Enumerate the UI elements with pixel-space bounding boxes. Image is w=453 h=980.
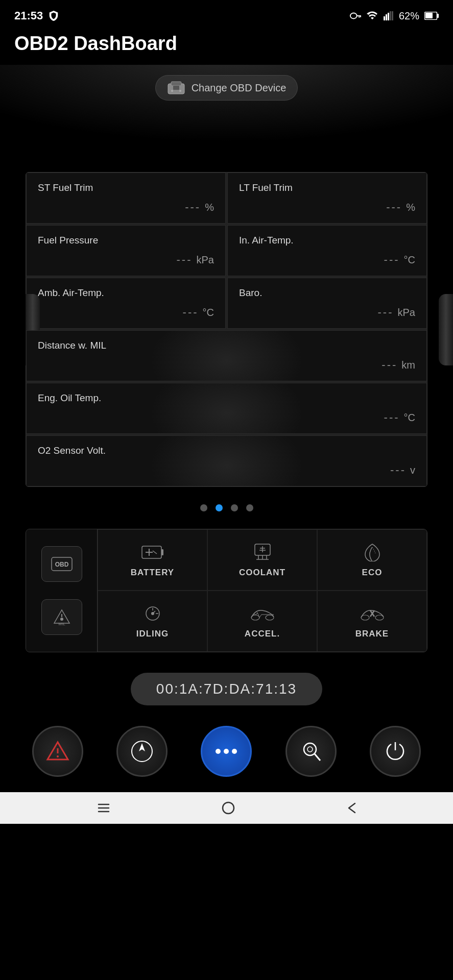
svg-rect-6 bbox=[388, 13, 389, 20]
android-back-stack[interactable] bbox=[97, 802, 111, 814]
panel-right: BATTERY COOLANT bbox=[98, 529, 427, 652]
svg-rect-4 bbox=[384, 16, 385, 20]
panel-grid: OBD MIL bbox=[26, 529, 427, 652]
vpn-icon bbox=[48, 10, 59, 21]
obd-button[interactable]: OBD bbox=[41, 546, 82, 582]
fuel-pressure-card: Fuel Pressure --- kPa bbox=[26, 225, 226, 276]
in-air-temp-dash: --- bbox=[384, 253, 400, 266]
time-display: 21:53 bbox=[14, 9, 43, 22]
baro-dash: --- bbox=[378, 306, 394, 319]
svg-point-34 bbox=[361, 615, 369, 620]
svg-point-32 bbox=[251, 615, 259, 620]
panel-left: OBD MIL bbox=[26, 529, 98, 652]
idling-panel-item[interactable]: IDLING bbox=[98, 591, 207, 652]
eng-oil-temp-value: --- °C bbox=[38, 411, 415, 424]
baro-label: Baro. bbox=[239, 287, 415, 299]
svg-point-37 bbox=[57, 755, 59, 757]
st-fuel-trim-unit: % bbox=[205, 202, 214, 213]
svg-rect-13 bbox=[171, 82, 181, 86]
o2-sensor-unit: v bbox=[410, 464, 415, 476]
fuel-pressure-label: Fuel Pressure bbox=[38, 235, 214, 246]
page-dot-3[interactable] bbox=[231, 504, 238, 511]
battery-panel-item[interactable]: BATTERY bbox=[98, 529, 207, 591]
bottom-panel: OBD MIL bbox=[26, 529, 427, 652]
android-home[interactable] bbox=[222, 801, 235, 815]
amb-air-temp-unit: °C bbox=[203, 307, 214, 318]
baro-unit: kPa bbox=[398, 307, 415, 318]
in-air-temp-unit: °C bbox=[404, 254, 415, 266]
baro-card: Baro. --- kPa bbox=[227, 278, 427, 329]
navigation-button[interactable] bbox=[116, 726, 168, 777]
st-fuel-trim-label: ST Fuel Trim bbox=[38, 182, 214, 193]
svg-rect-10 bbox=[437, 14, 439, 18]
fuel-pressure-unit: kPa bbox=[197, 254, 214, 266]
svg-point-15 bbox=[171, 90, 173, 92]
svg-text:MIL: MIL bbox=[58, 622, 65, 626]
coolant-panel-icon bbox=[250, 542, 275, 562]
change-obd-label: Change OBD Device bbox=[192, 82, 287, 94]
right-handle bbox=[439, 294, 453, 365]
battery-display: 62% bbox=[399, 10, 419, 22]
st-fuel-trim-value: --- % bbox=[38, 201, 214, 214]
brake-panel-item[interactable]: BRAKE bbox=[317, 591, 427, 652]
svg-rect-5 bbox=[386, 14, 387, 20]
svg-rect-11 bbox=[425, 13, 433, 18]
change-obd-button[interactable]: Change OBD Device bbox=[155, 75, 298, 101]
mil-button[interactable]: MIL bbox=[41, 599, 82, 635]
android-nav-bar bbox=[0, 792, 453, 824]
eng-oil-temp-label: Eng. Oil Temp. bbox=[38, 393, 415, 404]
svg-point-42 bbox=[304, 743, 316, 755]
amb-air-temp-label: Amb. Air-Temp. bbox=[38, 287, 214, 299]
dashboard-arc: Change OBD Device bbox=[0, 65, 453, 167]
svg-point-39 bbox=[216, 749, 221, 754]
status-bar: 21:53 62% bbox=[0, 0, 453, 28]
eco-panel-label: ECO bbox=[362, 568, 383, 578]
eng-oil-temp-card: Eng. Oil Temp. --- °C bbox=[26, 383, 427, 434]
svg-rect-23 bbox=[161, 549, 163, 555]
coolant-panel-item[interactable]: COOLANT bbox=[207, 529, 317, 591]
power-button[interactable] bbox=[370, 726, 421, 777]
android-back[interactable] bbox=[346, 801, 357, 815]
eco-panel-item[interactable]: ECO bbox=[317, 529, 427, 591]
st-fuel-trim-dash: --- bbox=[185, 201, 201, 214]
eng-oil-temp-unit: °C bbox=[404, 412, 415, 424]
status-right: 62% bbox=[350, 10, 439, 22]
battery-icon bbox=[424, 12, 439, 20]
battery-panel-label: BATTERY bbox=[131, 568, 174, 578]
o2-sensor-value: --- v bbox=[38, 463, 415, 477]
accel-panel-item[interactable]: ACCEL. bbox=[207, 591, 317, 652]
page-dot-4[interactable] bbox=[246, 504, 253, 511]
scan-button[interactable] bbox=[285, 726, 337, 777]
svg-point-33 bbox=[266, 615, 274, 620]
eco-panel-icon bbox=[360, 542, 385, 562]
distance-mil-dash: --- bbox=[382, 358, 397, 372]
device-id-container: 00:1A:7D:DA:71:13 bbox=[0, 657, 453, 716]
distance-mil-value: --- km bbox=[38, 358, 415, 372]
svg-point-16 bbox=[179, 90, 181, 92]
idling-panel-label: IDLING bbox=[136, 629, 169, 639]
brake-panel-icon bbox=[360, 603, 385, 624]
svg-point-40 bbox=[224, 749, 229, 754]
battery-panel-icon bbox=[140, 542, 165, 562]
page-dot-2[interactable] bbox=[216, 504, 223, 511]
svg-point-0 bbox=[350, 13, 357, 19]
o2-sensor-label: O2 Sensor Volt. bbox=[38, 445, 415, 456]
in-air-temp-card: In. Air-Temp. --- °C bbox=[227, 225, 427, 276]
svg-line-26 bbox=[153, 551, 157, 554]
app-title: OBD2 DashBoard bbox=[0, 28, 453, 65]
device-id-display: 00:1A:7D:DA:71:13 bbox=[131, 673, 322, 705]
warning-button[interactable] bbox=[32, 726, 83, 777]
wifi-icon bbox=[366, 11, 378, 21]
amb-air-temp-dash: --- bbox=[183, 306, 199, 319]
fuel-pressure-dash: --- bbox=[177, 253, 193, 266]
eng-oil-temp-dash: --- bbox=[384, 411, 400, 424]
baro-value: --- kPa bbox=[239, 306, 415, 319]
svg-point-19 bbox=[60, 618, 63, 621]
more-button[interactable] bbox=[201, 726, 252, 777]
fuel-pressure-value: --- kPa bbox=[38, 253, 214, 266]
st-fuel-trim-card: ST Fuel Trim --- % bbox=[26, 173, 226, 224]
page-dot-1[interactable] bbox=[200, 504, 207, 511]
lt-fuel-trim-card: LT Fuel Trim --- % bbox=[227, 173, 427, 224]
status-left: 21:53 bbox=[14, 9, 59, 22]
lt-fuel-trim-unit: % bbox=[406, 202, 415, 213]
